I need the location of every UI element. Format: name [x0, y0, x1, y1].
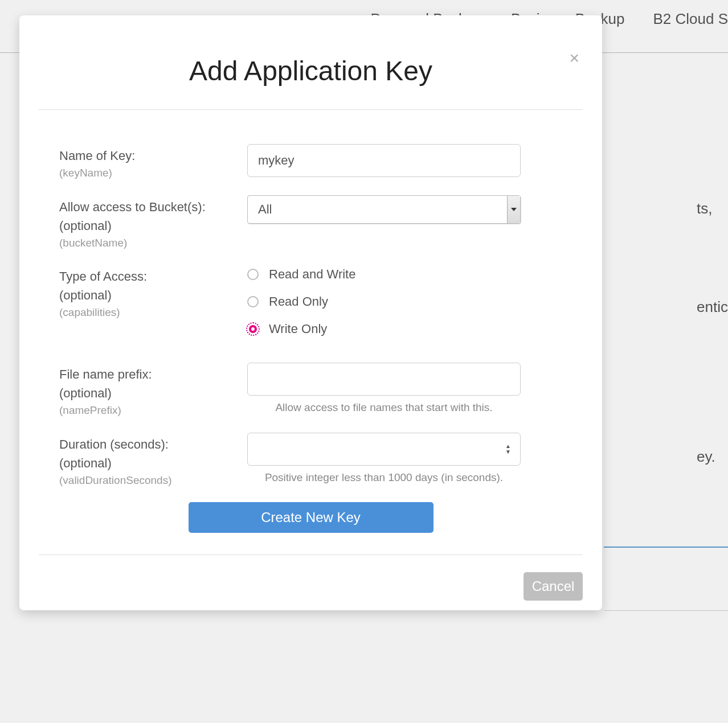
access-type-tech: (capabilities)	[59, 305, 247, 321]
bucket-select[interactable]: All	[247, 195, 521, 224]
radio-read-write-label: Read and Write	[269, 267, 355, 282]
name-of-key-tech: (keyName)	[59, 165, 247, 182]
stepper-icon[interactable]: ▲▼	[505, 443, 511, 455]
file-prefix-input[interactable]	[247, 363, 521, 396]
access-type-label: Type of Access:	[59, 269, 147, 284]
radio-read-only[interactable]	[247, 296, 259, 307]
duration-help: Positive integer less than 1000 days (in…	[247, 471, 521, 484]
radio-read-only-label: Read Only	[269, 294, 328, 309]
bucket-access-optional: (optional)	[59, 219, 112, 233]
create-new-key-button[interactable]: Create New Key	[189, 502, 433, 533]
chevron-down-icon[interactable]	[507, 196, 520, 223]
radio-write-only-label: Write Only	[269, 322, 327, 336]
bucket-select-value: All	[258, 202, 272, 217]
close-icon[interactable]: ×	[569, 50, 579, 67]
name-of-key-label: Name of Key:	[59, 149, 135, 163]
key-name-input[interactable]	[247, 144, 521, 177]
duration-label: Duration (seconds):	[59, 437, 169, 451]
file-prefix-tech: (namePrefix)	[59, 402, 247, 419]
file-prefix-label: File name prefix:	[59, 367, 152, 381]
file-prefix-optional: (optional)	[59, 386, 112, 400]
dialog-title: Add Application Key	[19, 55, 602, 87]
radio-write-only[interactable]	[247, 323, 259, 335]
bucket-access-label: Allow access to Bucket(s):	[59, 200, 206, 214]
duration-input[interactable]: ▲▼	[247, 433, 521, 466]
file-prefix-help: Allow access to file names that start wi…	[247, 401, 521, 414]
duration-optional: (optional)	[59, 456, 112, 470]
cancel-button[interactable]: Cancel	[523, 572, 583, 601]
bucket-access-tech: (bucketName)	[59, 235, 247, 252]
duration-tech: (validDurationSeconds)	[59, 473, 247, 489]
radio-read-write[interactable]	[247, 269, 259, 280]
add-application-key-dialog: × Add Application Key Name of Key: (keyN…	[19, 15, 602, 610]
access-type-optional: (optional)	[59, 288, 112, 302]
